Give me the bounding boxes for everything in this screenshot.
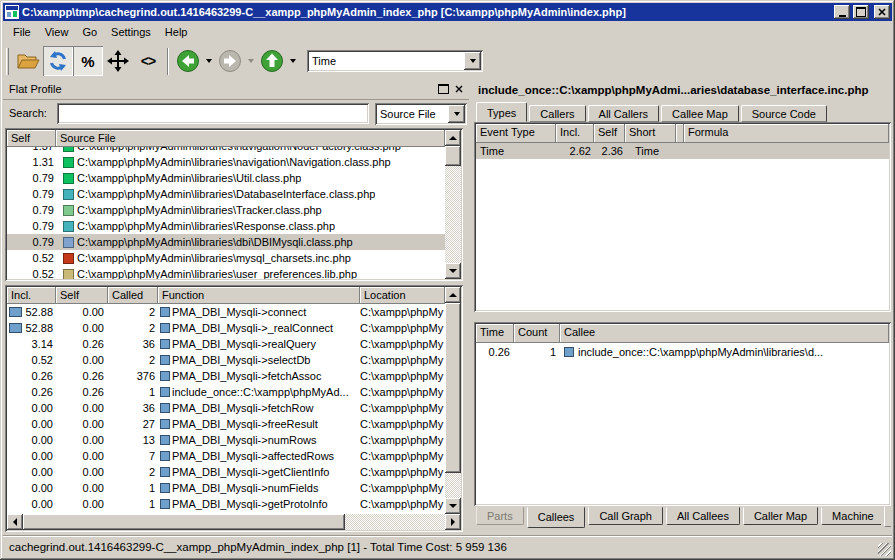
self-value: 0.00 [56,450,108,462]
dock-close-icon[interactable] [455,85,463,93]
info-tab[interactable]: All Callers [588,105,660,122]
file-row[interactable]: 1.31 C:\xampp\phpMyAdmin\libraries\navig… [7,154,445,170]
file-row[interactable]: 0.79 C:\xampp\phpMyAdmin\libraries\Respo… [7,218,445,234]
location-value: C:\xampp\phpMy [360,338,445,350]
file-row[interactable]: 0.79 C:\xampp\phpMyAdmin\libraries\dbi\D… [7,234,445,250]
scrollbar-track[interactable] [445,166,461,263]
function-row[interactable]: 3.14 0.26 36 PMA_DBI_Mysqli->realQuery C… [7,336,445,352]
scrollbar-track[interactable] [345,514,445,530]
function-row[interactable]: 0.00 0.00 7 PMA_DBI_Mysqli->affectedRows… [7,448,445,464]
function-row[interactable]: 0.26 0.26 1 include_once::C:\xampp\phpMy… [7,384,445,400]
called-value: 36 [108,402,158,414]
scroll-up-button[interactable] [445,287,461,303]
close-button[interactable] [874,5,890,19]
column-header-location[interactable]: Location [360,287,445,304]
function-row[interactable]: 0.00 0.00 13 PMA_DBI_Mysqli->numRows C:\… [7,432,445,448]
menu-item[interactable]: View [38,23,76,41]
menu-item[interactable]: File [6,23,38,41]
cycle-detection-button[interactable]: <> [133,46,163,76]
menu-item[interactable]: Go [75,23,104,41]
function-row[interactable]: 52.88 0.00 2 PMA_DBI_Mysqli->connect C:\… [7,304,445,320]
menu-item[interactable]: Help [158,23,195,41]
column-header-self[interactable]: Self [594,124,625,143]
up-icon [260,49,284,73]
bottom-tab[interactable]: Parts [476,507,524,525]
group-by-selector[interactable]: Source File [375,103,467,125]
file-list-vertical-scrollbar[interactable] [445,130,461,279]
column-header-incl[interactable]: Incl. [7,287,56,304]
function-row[interactable]: 0.00 0.00 36 PMA_DBI_Mysqli->fetchRow C:… [7,400,445,416]
bottom-tab[interactable]: Caller Map [743,507,818,525]
menu-item[interactable]: Settings [104,23,158,41]
up-history-caret[interactable] [287,46,299,76]
function-row[interactable]: 52.88 0.00 2 PMA_DBI_Mysqli->_realConnec… [7,320,445,336]
bottom-tab[interactable]: All Callees [666,507,740,525]
open-file-button[interactable] [13,46,43,76]
scrollbar-track[interactable] [445,473,461,498]
file-row[interactable]: 0.52 C:\xampp\phpMyAdmin\libraries\mysql… [7,250,445,266]
forward-button[interactable] [215,46,245,76]
scroll-right-button[interactable] [445,514,461,530]
function-table-vertical-scrollbar[interactable] [445,287,461,514]
dock-float-icon[interactable] [438,84,449,94]
scrollbar-thumb[interactable] [445,146,461,166]
scrollbar-thumb[interactable] [23,514,345,530]
bottom-tab[interactable]: Machine [821,507,881,525]
column-header-self[interactable]: Self [56,287,108,304]
file-row[interactable]: 0.79 C:\xampp\phpMyAdmin\libraries\Datab… [7,186,445,202]
column-header-formula[interactable]: Formula [684,124,889,143]
file-row[interactable]: 0.79 C:\xampp\phpMyAdmin\libraries\Util.… [7,170,445,186]
scroll-left-button[interactable] [7,514,23,530]
caret-down-icon [290,59,296,63]
tab-scroll-left-button[interactable] [884,507,891,527]
function-row[interactable]: 0.52 0.00 2 PMA_DBI_Mysqli->selectDb C:\… [7,352,445,368]
info-tab[interactable]: Callee Map [661,105,739,122]
event-type-name: Time [476,145,556,157]
toolbar-drag-handle[interactable] [6,48,9,75]
column-header-self[interactable]: Self [7,130,56,147]
back-button[interactable] [173,46,203,76]
column-header-function[interactable]: Function [158,287,360,304]
bottom-tab[interactable]: Callees [527,507,586,528]
forward-history-caret[interactable] [245,46,257,76]
column-header-incl[interactable]: Incl. [556,124,594,143]
function-row[interactable]: 0.00 0.00 2 PMA_DBI_Mysqli->getClientInf… [7,464,445,480]
column-header-count[interactable]: Count [514,324,560,343]
resize-grip[interactable] [878,543,891,556]
column-header-called[interactable]: Called [108,287,158,304]
event-type-row[interactable]: Time 2.62 2.36 Time [476,143,889,159]
bottom-tab[interactable]: Call Graph [588,507,663,525]
scroll-down-button[interactable] [445,263,461,279]
event-type-selector[interactable]: Time [307,50,483,72]
column-header-callee[interactable]: Callee [560,324,889,343]
column-header-source-file[interactable]: Source File [56,130,445,147]
column-header-short[interactable]: Short [625,124,676,143]
column-header-time[interactable]: Time [476,324,514,343]
search-input[interactable] [57,103,369,124]
combo-arrow-button[interactable] [448,105,465,123]
function-row[interactable]: 0.26 0.26 376 PMA_DBI_Mysqli->fetchAssoc… [7,368,445,384]
file-row[interactable]: 0.79 C:\xampp\phpMyAdmin\libraries\Track… [7,202,445,218]
expand-all-button[interactable] [103,46,133,76]
info-tab[interactable]: Source Code [741,105,827,122]
scroll-down-button[interactable] [445,498,461,514]
scrollbar-thumb[interactable] [445,303,461,473]
maximize-button[interactable] [853,5,869,19]
function-row[interactable]: 0.00 0.00 27 PMA_DBI_Mysqli->freeResult … [7,416,445,432]
scroll-up-button[interactable] [445,130,461,146]
column-header-event-type[interactable]: Event Type [476,124,556,143]
back-history-caret[interactable] [203,46,215,76]
function-row[interactable]: 0.00 0.00 1 PMA_DBI_Mysqli->numFields C:… [7,480,445,496]
callee-row[interactable]: 0.26 1 include_once::C:\xampp\phpMyAdmin… [476,343,889,360]
reload-button[interactable] [43,46,73,76]
info-tab[interactable]: Types [476,102,527,122]
up-button[interactable] [257,46,287,76]
percent-relative-button[interactable]: % [73,46,103,76]
combo-arrow-button[interactable] [464,52,481,70]
info-tab[interactable]: Callers [529,105,585,122]
minimize-button[interactable] [834,5,850,19]
file-row[interactable]: 1.37 C:\xampp\phpMyAdmin\libraries\navig… [7,147,445,154]
file-row[interactable]: 0.52 C:\xampp\phpMyAdmin\libraries\user_… [7,266,445,279]
function-row[interactable]: 0.00 0.00 1 PMA_DBI_Mysqli->getProtoInfo… [7,496,445,512]
function-table-horizontal-scrollbar[interactable] [7,514,461,530]
